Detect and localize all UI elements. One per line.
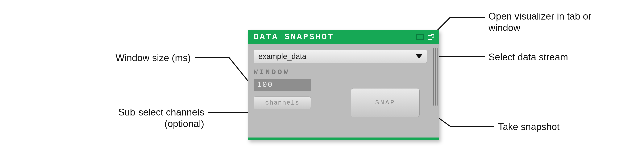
window-label: WINDOW xyxy=(254,68,433,76)
annotation-take-snapshot: Take snapshot xyxy=(498,121,605,132)
data-stream-dropdown[interactable]: example_data xyxy=(254,50,427,63)
open-in-tab-icon[interactable] xyxy=(416,34,424,40)
panel-bottom-accent xyxy=(248,137,439,140)
annotation-sub-select: Sub-select channels(optional) xyxy=(90,107,204,129)
snap-button[interactable]: SNAP xyxy=(351,88,420,117)
chevron-down-icon xyxy=(416,54,422,58)
panel-body: example_data WINDOW channels SNAP xyxy=(248,44,439,137)
annotation-open-visualizer: Open visualizer in tab or window xyxy=(488,11,595,34)
window-size-input[interactable] xyxy=(254,79,311,91)
channels-button[interactable]: channels xyxy=(254,97,311,109)
data-snapshot-panel: DATA SNAPSHOT example_data WINDOW channe… xyxy=(248,30,439,140)
dropdown-value: example_data xyxy=(258,52,306,61)
resize-grip-icon[interactable] xyxy=(433,48,438,106)
open-in-window-icon[interactable] xyxy=(427,34,435,40)
annotation-select-stream: Select data stream xyxy=(488,51,595,63)
panel-titlebar: DATA SNAPSHOT xyxy=(248,30,439,44)
annotation-window-size: Window size (ms) xyxy=(94,52,191,64)
panel-title: DATA SNAPSHOT xyxy=(254,32,414,42)
